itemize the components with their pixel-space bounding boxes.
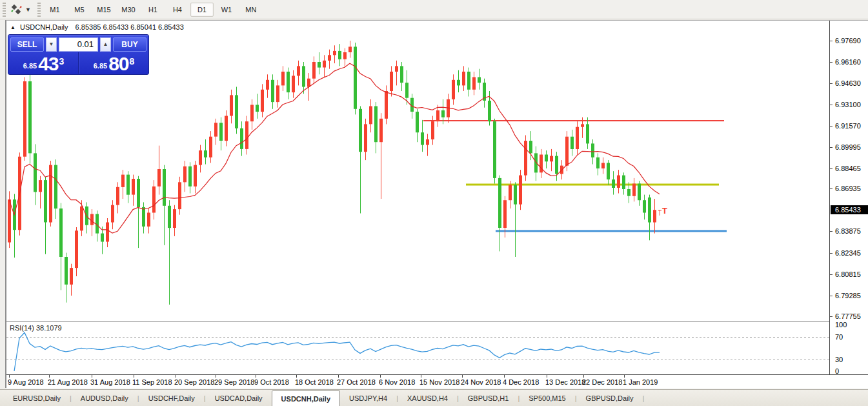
toolbar-grip[interactable] [3, 3, 6, 17]
candle-body [188, 167, 192, 187]
candle-body [39, 180, 42, 192]
date-axis-label: 20 Sep 2018 [174, 378, 214, 386]
toolbar-grip-2[interactable] [37, 3, 41, 17]
sell-price-pips: 43 [38, 55, 58, 72]
chart-window: T ▲ USDCNH,Daily 6.85385 6.85433 6.85041… [5, 20, 868, 388]
date-axis-label: 11 Sep 2018 [132, 378, 172, 386]
chart-tab-usdchf-daily[interactable]: USDCHF,Daily [139, 390, 204, 406]
chevron-down-icon[interactable]: ▼ [25, 6, 31, 13]
date-axis-tick [462, 375, 463, 378]
candle-body [400, 66, 403, 83]
chart-tab-xauusd-h4[interactable]: XAUUSD,H4 [398, 390, 457, 406]
date-axis-tick [504, 375, 505, 378]
volume-increase-button[interactable]: ▲ [100, 37, 111, 52]
date-axis-tick [547, 375, 547, 378]
candle-body [607, 163, 610, 179]
timeframe-button-w1[interactable]: W1 [215, 3, 238, 17]
candle-body [452, 80, 455, 99]
chart-tab-audusd-daily[interactable]: AUDUSD,Daily [72, 390, 137, 406]
date-axis-tick [92, 375, 92, 378]
chart-tab-usdjpy-h4[interactable]: USDJPY,H4 [340, 390, 396, 406]
candle-body [379, 119, 383, 142]
price-axis[interactable]: 6.976906.961606.946306.931006.915706.899… [829, 21, 868, 374]
candle-body [643, 200, 646, 212]
timeframe-button-d1[interactable]: D1 [190, 3, 214, 17]
candle-body [23, 81, 26, 157]
chart-tab-usdcnh-daily[interactable]: USDCNH,Daily [272, 391, 340, 406]
candle-body [183, 167, 187, 183]
candle-body [194, 165, 197, 187]
timeframe-button-m15[interactable]: M15 [92, 3, 116, 17]
price-axis-tick [830, 41, 833, 41]
chart-tab-sp500-m15[interactable]: SP500,M15 [520, 390, 574, 406]
trade-arrows-icon[interactable] [8, 3, 25, 16]
date-axis-label: 1 Jan 2019 [623, 378, 658, 386]
candle-body [524, 141, 527, 176]
timeframe-button-m1[interactable]: M1 [43, 3, 66, 17]
candle-body [426, 139, 429, 145]
candle-body [142, 207, 145, 227]
date-axis-tick [256, 375, 256, 378]
candle-body [271, 80, 274, 102]
candle-body [540, 155, 543, 173]
date-axis-label: 6 Nov 2018 [379, 378, 415, 386]
price-axis-label: 6.91570 [835, 122, 861, 130]
buy-button[interactable]: BUY [113, 37, 146, 52]
date-axis-tick [49, 375, 50, 378]
collapse-panel-icon[interactable]: ▲ [10, 25, 15, 30]
date-axis-tick [176, 375, 176, 378]
date-axis[interactable]: 9 Aug 201821 Aug 201831 Aug 201811 Sep 2… [6, 374, 868, 389]
candle-body [261, 90, 264, 112]
candle-body [312, 62, 316, 79]
sell-button[interactable]: SELL [10, 37, 44, 52]
rsi-indicator-label: RSI(14) 38.1079 [10, 324, 62, 332]
timeframe-button-mn[interactable]: MN [239, 3, 263, 17]
price-axis-label: 6.77755 [835, 312, 861, 320]
tab-separator: | [643, 390, 645, 406]
candle-body [462, 72, 465, 85]
chart-tab-gbpusd-h1[interactable]: GBPUSD,H1 [459, 390, 518, 406]
price-axis-label: 6.93100 [835, 101, 861, 108]
chart-tab-eurusd-daily[interactable]: EURUSD,Daily [4, 390, 70, 406]
price-axis-label: 6.80815 [835, 270, 861, 278]
candle-body [54, 165, 57, 209]
candle-body [101, 234, 104, 242]
candle-body [230, 95, 233, 116]
candle-body [545, 155, 548, 162]
price-axis-label: 6.88465 [835, 165, 861, 172]
price-axis-label: 6.94630 [835, 79, 861, 87]
trade-marker-t: T [662, 206, 667, 216]
rsi-axis-label: 100 [835, 321, 847, 329]
volume-input[interactable]: 0.01 [59, 37, 98, 52]
volume-decrease-button[interactable]: ▼ [46, 37, 57, 52]
buy-price[interactable]: 6.85 80 8 [78, 52, 148, 74]
timeframe-button-h1[interactable]: H1 [141, 3, 165, 17]
candle-body [627, 189, 631, 196]
date-axis-tick [421, 375, 421, 378]
candle-body [178, 182, 181, 209]
chart-tab-usdcad-daily[interactable]: USDCAD,Daily [206, 390, 272, 406]
rsi-axis-label: 70 [835, 333, 843, 341]
candle-body [250, 105, 254, 121]
candle-body [354, 46, 357, 108]
candle-body [287, 72, 290, 92]
chart-tab-gbpusd-daily[interactable]: GBPUSD,Daily [577, 390, 643, 406]
date-axis-label: 24 Nov 2018 [461, 378, 501, 386]
timeframe-button-m30[interactable]: M30 [117, 3, 140, 17]
date-axis-label: 31 Aug 2018 [90, 378, 130, 386]
candle-body [565, 137, 569, 166]
sell-price[interactable]: 6.85 43 3 [8, 52, 78, 74]
candle-body [49, 165, 52, 223]
price-axis-tick [830, 168, 833, 169]
candle-body [503, 200, 507, 228]
candle-body [28, 81, 32, 153]
date-axis-tick [296, 375, 297, 378]
timeframe-button-h4[interactable]: H4 [166, 3, 189, 17]
candle-body [276, 85, 279, 102]
candle-body [348, 46, 352, 52]
candle-body [570, 137, 574, 149]
candle-body [147, 213, 150, 227]
candle-body [529, 141, 532, 153]
candle-body [8, 199, 11, 242]
timeframe-button-m5[interactable]: M5 [68, 3, 91, 17]
